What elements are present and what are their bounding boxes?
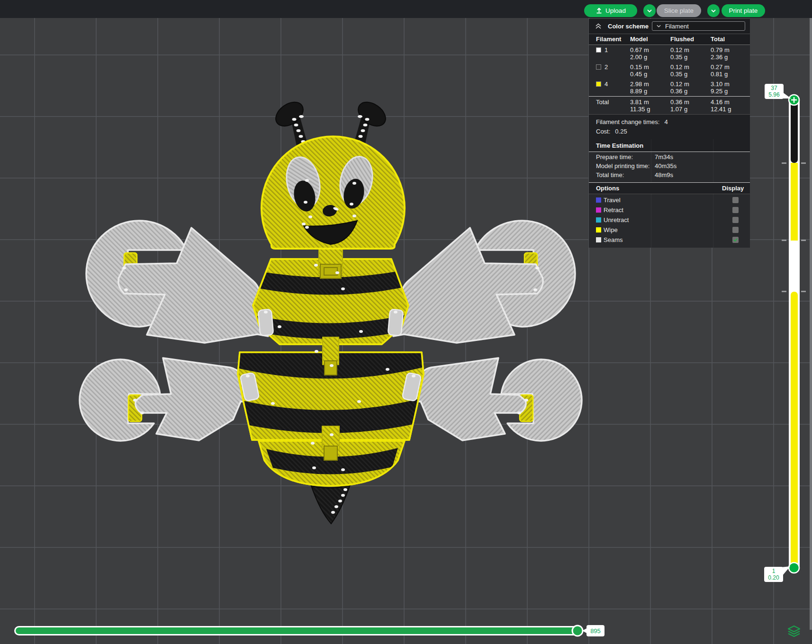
time-estimation-rows: Prepare time:7m34s Model printing time:4… [589,152,750,182]
svg-text:895: 895 [590,627,601,635]
panel-title: Color scheme [608,23,649,30]
option-label: Wipe [604,226,618,233]
layer-slider-top-badge: 37 5.96 [765,84,791,99]
right-scrollbar[interactable] [810,18,812,630]
options-header: Options Display [589,182,750,194]
chevron-down-icon [647,9,652,13]
option-color-swatch [596,237,601,242]
option-row-seams: Seams [589,235,750,245]
option-row-travel: Travel [589,196,750,206]
option-label: Retract [604,206,623,214]
option-row-retract: Retract [589,206,750,215]
option-display-checkbox[interactable] [732,237,739,243]
layer-slider-bottom-badge: 1 0.20 [764,566,790,582]
upload-button[interactable]: Upload [584,4,637,17]
option-color-swatch [596,227,601,233]
print-dropdown-button[interactable] [707,4,720,17]
slice-plate-button[interactable]: Slice plate [657,4,701,17]
filament-change-value: 4 [664,118,668,125]
filament-swatch [596,47,601,53]
option-row-unretract: Unretract [589,215,750,225]
collapse-panel-button[interactable] [595,23,602,31]
svg-text:5.96: 5.96 [768,91,780,98]
filament-row: 4 2.98 m8.89 g 0.12 m0.36 g 3.10 m9.25 g [589,79,750,96]
cost-value: 0.25 [615,128,627,135]
filament-swatch [596,64,601,70]
layer-slider[interactable]: 37 5.96 1 0.20 [764,84,806,582]
slice-dropdown-button[interactable] [643,4,656,17]
filament-total-row: Total 3.81 m11.35 g 0.36 m1.07 g 4.16 m1… [589,96,750,114]
option-display-checkbox[interactable] [732,217,739,223]
layers-icon[interactable] [788,626,800,636]
color-scheme-dropdown[interactable]: Filament [652,21,745,31]
svg-text:37: 37 [771,85,777,91]
dropdown-value: Filament [665,23,689,30]
print-meta: Filament change times:4 Cost:0.25 [589,114,750,139]
option-color-swatch [596,207,601,213]
layer-slider-bottom-handle[interactable] [789,563,799,573]
chevron-down-icon [656,24,661,28]
filament-swatch [596,81,601,87]
step-slider-handle[interactable] [572,626,583,636]
option-display-checkbox[interactable] [732,227,739,233]
color-scheme-panel: Color scheme Filament Filament Model Flu… [589,19,750,248]
bee-model[interactable] [80,97,582,524]
option-display-checkbox[interactable] [732,197,739,203]
svg-text:0.20: 0.20 [768,574,779,581]
step-slider-badge: 895 [582,625,604,636]
option-color-swatch [596,217,601,223]
check-icon [733,237,738,242]
chevron-down-icon [711,9,716,13]
filament-row: 2 0.15 m0.45 g 0.12 m0.35 g 0.27 m0.81 g [589,62,750,79]
upload-icon [595,7,603,14]
top-toolbar: Upload Slice plate Print plate [0,0,812,18]
double-chevron-up-icon [595,23,602,29]
option-label: Unretract [604,216,629,224]
option-label: Seams [604,236,623,243]
svg-text:1: 1 [772,568,776,574]
option-label: Travel [604,197,621,204]
option-row-wipe: Wipe [589,225,750,235]
time-estimation-title: Time Estimation [589,139,750,152]
option-color-swatch [596,197,601,203]
step-slider[interactable]: 895 [14,625,604,636]
print-plate-button[interactable]: Print plate [722,4,765,17]
option-display-checkbox[interactable] [732,207,739,213]
slicer-preview-window: 37 5.96 1 0.20 895 Upload [0,0,812,644]
filament-table-header: Filament Model Flushed Total [589,34,750,45]
filament-row: 1 0.67 m2.00 g 0.12 m0.35 g 0.79 m2.36 g [589,45,750,62]
